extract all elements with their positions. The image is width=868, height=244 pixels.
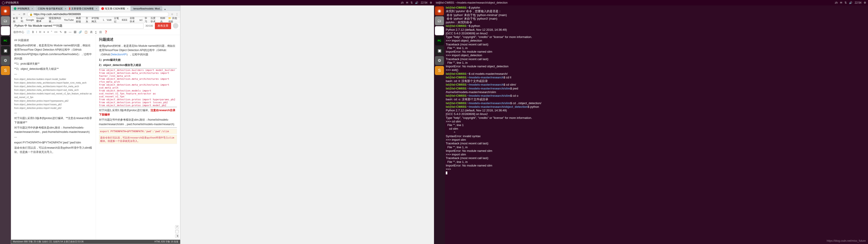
bookmark-item[interactable]: YouTube	[64, 19, 74, 21]
sound-indicator-2[interactable]: 🔊	[849, 1, 852, 4]
browser-tab[interactable]: CSDN-专业IT技术社区×	[35, 6, 67, 11]
toolbar-btn-3[interactable]: I	[36, 30, 37, 34]
bookmark-item[interactable]: sci	[139, 19, 142, 21]
toolbar-btn-16[interactable]: ∑	[95, 30, 97, 34]
mail-indicator-2[interactable]: ✉	[840, 1, 842, 4]
publish-button[interactable]: 发布文章	[155, 23, 171, 29]
bookmark-item[interactable]: 特种兵	[160, 17, 166, 23]
bookmark-item[interactable]: Google 翻译	[36, 17, 46, 23]
editor-panes: ## 问题描述 使用python的时候，老是遇见No Module named的…	[11, 35, 180, 240]
bookmark-item[interactable]: 京东	[86, 17, 89, 23]
power-icon-2[interactable]: ⚙	[864, 1, 866, 4]
close-tab-icon[interactable]: ×	[65, 7, 66, 10]
link-url-raw: (https://github.com/tensorflow/models/)	[32, 53, 78, 56]
toolbar-btn-12[interactable]: 🖼	[74, 30, 76, 34]
tab-strip: IP控制网关×CSDN-专业IT技术社区×文章管理-CSDN博客×写文章-CSD…	[11, 6, 180, 11]
terminal-window[interactable]: lxl@lxl-CW65S:~$ pytohn 未找到 'pytohn' 命令，…	[445, 5, 868, 244]
sound-indicator[interactable]: 🔊	[415, 1, 418, 4]
pycharm-icon[interactable]: PC	[1, 36, 10, 45]
dash-icon[interactable]: ◉	[1, 6, 10, 16]
b1-raw: **1）protc编译失败**	[14, 62, 92, 66]
bookmark-item[interactable]: IP控制网关	[92, 17, 101, 23]
bookmark-item[interactable]: IEEE	[122, 19, 127, 21]
bookmark-item[interactable]: Vultr	[107, 19, 112, 21]
toggle-preview[interactable]: ◨	[175, 234, 179, 238]
bookmark-item[interactable]: 谷歌学术	[130, 17, 137, 23]
bookmark-item[interactable]: 8站	[21, 17, 24, 23]
toolbar-btn-9[interactable]: ✎	[60, 30, 62, 34]
network-indicator-2[interactable]: ⇅	[844, 1, 847, 4]
bookmark-item[interactable]: 云笔记	[114, 17, 120, 23]
bookmark-item[interactable]: 慢慢搜狗拾翠…	[49, 17, 62, 23]
toolbar-btn-1[interactable]: 📄	[26, 30, 30, 34]
preview-link[interactable]: DetectionAPI	[111, 53, 127, 56]
toolbar-btn-7[interactable]: "	[51, 30, 52, 34]
sublime-icon[interactable]: S	[1, 66, 10, 75]
menu-button[interactable]: ⋮	[175, 13, 179, 16]
article-title-input[interactable]	[13, 23, 144, 29]
toolbar-btn-14[interactable]: 📋	[84, 30, 88, 34]
back-button[interactable]: ←	[12, 13, 16, 16]
browser-tab[interactable]: tensorflow/models: Mod…×	[131, 6, 162, 11]
app-menu[interactable]: ◯ IP控制网关	[2, 1, 19, 5]
bookmark-item[interactable]: Google	[26, 19, 34, 21]
p-b1: 1）protc编译失败	[99, 58, 121, 61]
bookmark-item[interactable]: 学习	[145, 17, 148, 23]
address-bar[interactable]: 🔒 https://mp.csdn.net/mdeditor/98388999	[27, 12, 169, 17]
toggle-sync-scroll[interactable]: ⇵	[175, 225, 179, 229]
forward-button[interactable]: →	[18, 13, 21, 16]
toolbar-btn-11[interactable]: —	[69, 30, 71, 34]
terminal-icon-2[interactable]: ▣	[435, 46, 444, 55]
app-menu-2[interactable]: lxl@lxl-CW65S: ~/models-master/research/…	[436, 1, 507, 4]
editor-toolbar: 创作中心📄BIH≡≡"<>✎⊞—🖼🔗📋表∑目❓	[11, 29, 180, 35]
toolbar-btn-8[interactable]: <>	[54, 30, 57, 34]
ime-indicator-2[interactable]: zh	[835, 1, 838, 4]
bookmark-item[interactable]: 网易邮箱	[76, 17, 84, 23]
toolbar-btn-18[interactable]: ❓	[104, 30, 107, 34]
bookmark-item[interactable]: L	[103, 19, 104, 21]
browser-tab[interactable]: IP控制网关×	[12, 6, 35, 11]
toolbar-btn-13[interactable]: 🔗	[79, 30, 82, 34]
sublime-icon-2[interactable]: S	[435, 66, 444, 75]
settings-icon-2[interactable]: ⚙	[435, 56, 444, 65]
new-tab-button[interactable]: +	[163, 8, 167, 11]
browser-tab[interactable]: 写文章-CSDN博客×	[99, 6, 130, 11]
chrome-icon[interactable]: ◯	[1, 26, 10, 35]
files-icon[interactable]: 🗂	[1, 16, 10, 25]
star-button[interactable]: ☆	[170, 13, 174, 16]
bookmark-item[interactable]: 百度学术	[151, 17, 158, 23]
toolbar-btn-2[interactable]: B	[32, 30, 34, 34]
avatar[interactable]	[173, 23, 178, 28]
ime-indicator[interactable]: zh	[401, 1, 404, 4]
browser-tab[interactable]: 文章管理-CSDN博客×	[67, 6, 99, 11]
toolbar-btn-17[interactable]: 目	[99, 30, 102, 34]
toolbar-btn-4[interactable]: H	[39, 30, 41, 34]
dash-icon-2[interactable]: ◉	[435, 6, 444, 16]
toolbar-btn-0[interactable]: 创作中心	[13, 30, 24, 34]
mail-indicator[interactable]: ✉	[406, 1, 408, 4]
toggle-fullscreen[interactable]: ⛶	[175, 230, 179, 233]
network-indicator[interactable]: ⇅	[410, 1, 413, 4]
files-icon-2[interactable]: 🗂	[435, 16, 444, 25]
terminal-icon[interactable]: ▣	[1, 46, 10, 55]
apps-button[interactable]: ⊞ 应用	[13, 17, 19, 23]
chrome-icon-2[interactable]: ◯	[435, 26, 444, 35]
close-tab-icon[interactable]: ×	[96, 7, 97, 10]
clock[interactable]: 22:54	[421, 1, 428, 4]
reload-button[interactable]: ⟳	[22, 13, 26, 16]
toolbar-btn-5[interactable]: ≡	[43, 30, 45, 34]
clock-2[interactable]: 22:54	[855, 1, 862, 4]
markdown-source[interactable]: ## 问题描述 使用python的时候，老是遇见No Module named的…	[11, 35, 96, 240]
close-tab-icon[interactable]: ×	[127, 7, 128, 10]
other-bookmarks[interactable]: 📁 其他书签	[168, 17, 178, 23]
tab-label: 写文章-CSDN博客	[105, 7, 125, 10]
hr-raw: ---	[14, 72, 92, 77]
toolbar-btn-6[interactable]: ≡	[47, 30, 49, 34]
toolbar-btn-10[interactable]: ⊞	[64, 30, 66, 34]
settings-icon[interactable]: ⚙	[1, 56, 10, 65]
terminal-output[interactable]: lxl@lxl-CW65S:~$ pytohn 未找到 'pytohn' 命令，…	[445, 5, 868, 175]
close-tab-icon[interactable]: ×	[31, 7, 33, 10]
toolbar-btn-15[interactable]: 表	[90, 30, 93, 34]
power-icon[interactable]: ⚙	[430, 1, 432, 4]
pycharm-icon-2[interactable]: PC	[435, 36, 444, 45]
